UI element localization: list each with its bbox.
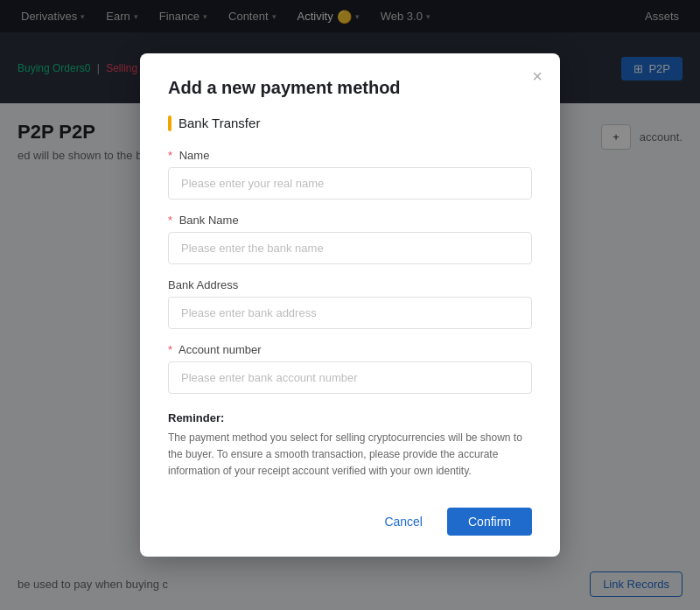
reminder-section: Reminder: The payment method you select … — [168, 411, 532, 480]
payment-type-section: Bank Transfer — [168, 116, 532, 131]
name-field-group: * Name — [168, 149, 532, 200]
payment-type-label: Bank Transfer — [178, 116, 260, 130]
modal-overlay: Add a new payment method × Bank Transfer… — [0, 0, 700, 610]
modal-actions: Cancel Confirm — [168, 501, 532, 536]
name-required-star: * — [168, 149, 172, 162]
name-input[interactable] — [168, 167, 532, 200]
name-label: * Name — [168, 149, 532, 162]
bank-address-label: Bank Address — [168, 278, 532, 291]
bank-name-input[interactable] — [168, 232, 532, 264]
reminder-text: The payment method you select for sellin… — [168, 430, 532, 480]
payment-type-indicator — [168, 116, 172, 131]
bank-address-input[interactable] — [168, 297, 532, 329]
bank-name-label: * Bank Name — [168, 214, 532, 227]
account-number-input[interactable] — [168, 361, 532, 394]
bank-name-field-group: * Bank Name — [168, 214, 532, 264]
bank-name-required-star: * — [168, 214, 172, 227]
confirm-button[interactable]: Confirm — [447, 508, 532, 536]
bank-address-field-group: Bank Address — [168, 278, 532, 329]
reminder-label: Reminder: — [168, 411, 532, 424]
account-number-field-group: * Account number — [168, 343, 532, 394]
modal-title: Add a new payment method — [168, 78, 532, 98]
add-payment-modal: Add a new payment method × Bank Transfer… — [140, 53, 560, 557]
cancel-button[interactable]: Cancel — [370, 508, 437, 536]
account-number-required-star: * — [168, 343, 172, 356]
modal-close-button[interactable]: × — [532, 67, 542, 85]
account-number-label: * Account number — [168, 343, 532, 356]
